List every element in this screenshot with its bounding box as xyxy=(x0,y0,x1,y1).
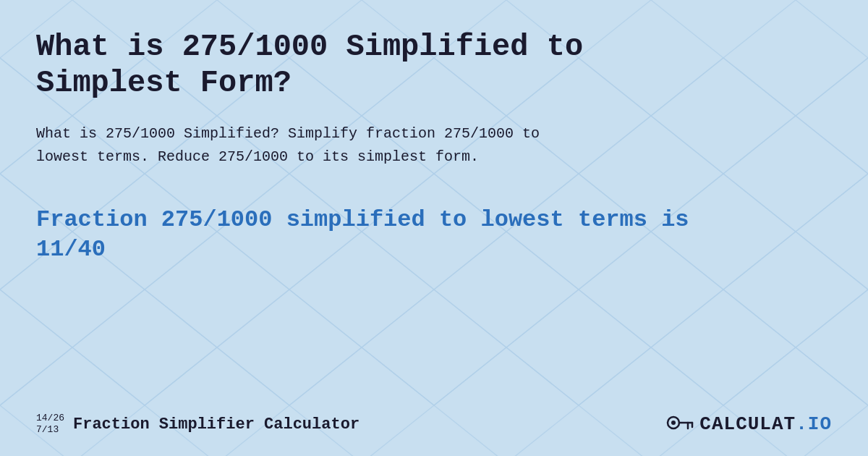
result-block: Fraction 275/1000 simplified to lowest t… xyxy=(36,205,796,265)
footer-fractions: 14/26 7/13 xyxy=(36,413,64,435)
footer-brand-name: Fraction Simplifier Calculator xyxy=(73,415,359,434)
logo-highlight: .IO xyxy=(796,413,832,435)
result-line1: Fraction 275/1000 simplified to lowest t… xyxy=(36,206,689,233)
footer: 14/26 7/13 Fraction Simplifier Calculato… xyxy=(36,413,832,436)
description-line2: lowest terms. Reduce 275/1000 to its sim… xyxy=(36,148,479,165)
main-content: What is 275/1000 Simplified to Simplest … xyxy=(0,0,868,330)
footer-left: 14/26 7/13 Fraction Simplifier Calculato… xyxy=(36,413,359,435)
page-title: What is 275/1000 Simplified to Simplest … xyxy=(36,29,687,102)
logo-text: CALCULAT.IO xyxy=(699,413,832,435)
description-line1: What is 275/1000 Simplified? Simplify fr… xyxy=(36,125,540,142)
result-line2: 11/40 xyxy=(36,236,106,263)
footer-logo: CALCULAT.IO xyxy=(666,413,832,436)
footer-fraction2: 7/13 xyxy=(36,424,59,436)
footer-fraction1: 14/26 xyxy=(36,413,64,424)
logo-key-icon xyxy=(666,413,694,436)
description-text: What is 275/1000 Simplified? Simplify fr… xyxy=(36,122,702,169)
svg-point-47 xyxy=(671,421,676,425)
